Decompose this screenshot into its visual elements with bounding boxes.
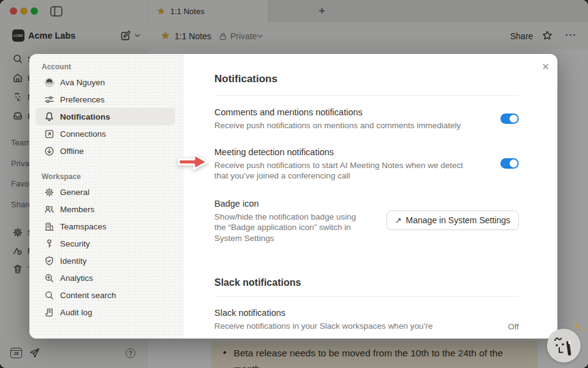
- scroll-icon: [44, 307, 55, 318]
- arrow-out-box-icon: [44, 129, 55, 139]
- zoom-in-icon: [44, 273, 55, 283]
- sparkle-icon: [567, 323, 585, 341]
- setting-title: Comments and mentions notifications: [214, 106, 500, 118]
- settings-heading: Notifications: [214, 71, 519, 87]
- comments-toggle[interactable]: [500, 113, 519, 124]
- slack-section-heading: Slack notifications: [214, 275, 519, 290]
- settings-item-analytics[interactable]: Analytics: [36, 269, 175, 286]
- slack-value: Off: [508, 322, 519, 332]
- account-section-label: Account: [42, 63, 184, 71]
- meeting-detection-toggle[interactable]: [500, 158, 519, 169]
- setting-row-comments: Comments and mentions notifications Rece…: [214, 96, 519, 131]
- setting-desc: Receive notifications in your Slack work…: [214, 321, 478, 332]
- workspace-section-label: Workspace: [42, 172, 184, 181]
- download-circle-icon: [44, 146, 55, 156]
- setting-title: Meeting detection notifications: [214, 146, 500, 158]
- search-icon: [44, 290, 55, 301]
- settings-item-security[interactable]: Security: [36, 235, 175, 252]
- setting-title: Slack notifications: [214, 307, 508, 319]
- members-icon: [44, 204, 55, 215]
- settings-content: ✕ Notifications Comments and mentions no…: [184, 54, 557, 339]
- close-icon[interactable]: ✕: [541, 62, 549, 71]
- setting-desc: Receive push notifications to start AI M…: [214, 160, 478, 182]
- sliders-icon: [44, 94, 55, 105]
- setting-title: Badge icon: [214, 197, 386, 210]
- settings-sidebar: Account Ava Nguyen Preferences: [29, 54, 184, 339]
- key-icon: [44, 239, 55, 249]
- setting-row-meeting-detection: Meeting detection notifications Receive …: [214, 131, 519, 182]
- shield-check-icon: [44, 256, 55, 266]
- settings-item-audit-log[interactable]: Audit log: [36, 304, 175, 321]
- building-icon: [44, 221, 55, 232]
- external-link-icon: ↗: [395, 216, 402, 225]
- settings-item-general[interactable]: General: [36, 183, 175, 201]
- settings-item-teamspaces[interactable]: Teamspaces: [36, 218, 175, 235]
- settings-item-members[interactable]: Members: [36, 201, 175, 218]
- gear-icon: [44, 187, 55, 197]
- settings-item-content-search[interactable]: Content search: [36, 286, 175, 304]
- settings-item-connections[interactable]: Connections: [36, 125, 175, 142]
- annotation-arrow: [177, 151, 209, 173]
- settings-item-account[interactable]: Ava Nguyen: [36, 74, 175, 91]
- avatar: [44, 77, 55, 88]
- settings-item-notifications[interactable]: Notifications: [36, 108, 175, 125]
- settings-item-identity[interactable]: Identity: [36, 252, 175, 269]
- setting-row-badge-icon: Badge icon Show/hide the notification ba…: [214, 182, 519, 244]
- bell-icon: [44, 112, 55, 122]
- manage-system-settings-button[interactable]: ↗ Manage in System Settings: [386, 210, 519, 230]
- settings-modal: Account Ava Nguyen Preferences: [29, 54, 557, 339]
- settings-item-preferences[interactable]: Preferences: [36, 91, 175, 108]
- app-window: 1:1 Notes + ACME Acme Labs 1:1 Notes Pri…: [0, 0, 588, 368]
- setting-desc: Show/hide the notification badge using t…: [214, 212, 364, 244]
- setting-row-slack[interactable]: Slack notifications Receive notification…: [214, 297, 519, 332]
- setting-desc: Receive push notifications on mentions a…: [214, 120, 478, 131]
- settings-item-offline[interactable]: Offline: [36, 142, 175, 159]
